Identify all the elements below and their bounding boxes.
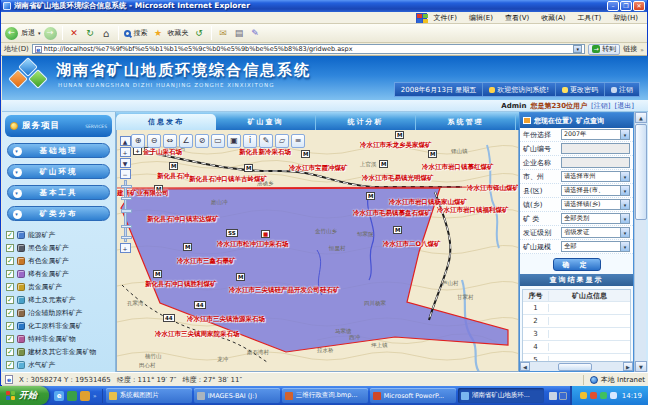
- back-dropdown-icon[interactable]: ▾: [38, 30, 41, 36]
- scroll-right-icon[interactable]: ▶: [623, 362, 633, 371]
- layer-checkbox[interactable]: [6, 335, 14, 343]
- mine-label[interactable]: 冷水江市禾龙乡吴家煤矿: [360, 141, 432, 150]
- quicklaunch-chevron-icon[interactable]: »: [93, 392, 97, 399]
- print-button[interactable]: ▤: [233, 27, 246, 40]
- layer-item[interactable]: 化工原料非金属矿: [2, 319, 115, 332]
- zoom-out-icon[interactable]: ⊖: [147, 134, 161, 148]
- tray-icon-2[interactable]: [590, 392, 597, 399]
- layer-item[interactable]: 有色金属矿产: [2, 254, 115, 267]
- address-input[interactable]: e http://localhost/%e7%9f%bf%e5%b1%b1%e5…: [32, 44, 585, 54]
- pan-up-button[interactable]: ▲: [120, 136, 131, 146]
- table-row[interactable]: 4: [523, 341, 630, 354]
- identify-icon[interactable]: i: [243, 134, 257, 148]
- field-control[interactable]: 省级发证 ▾: [561, 227, 630, 238]
- mine-label[interactable]: 新化县石冲口镇羊古岭煤矿: [189, 175, 267, 184]
- dropdown-arrow-icon[interactable]: ▾: [620, 242, 629, 251]
- refresh-button[interactable]: ↻: [84, 27, 97, 40]
- stop-button[interactable]: ✕: [68, 27, 81, 40]
- taskbar-task[interactable]: IMAGES-BAI (J:): [194, 388, 280, 403]
- mine-marker[interactable]: M: [428, 150, 437, 158]
- layer-item[interactable]: 稀土及元素矿产: [2, 293, 115, 306]
- mine-label[interactable]: 冷水江市三尖镇浩源采石场: [187, 315, 265, 324]
- mine-label[interactable]: 新化县石冲口镇宏达煤矿: [147, 215, 219, 224]
- zoom-rect-icon[interactable]: ▣: [227, 134, 241, 148]
- mine-label[interactable]: 冷水江市毛易镇光明煤矿: [362, 174, 434, 183]
- sidebar-section-button[interactable]: ▾ 基础地理: [7, 143, 110, 158]
- mine-marker[interactable]: M: [236, 273, 245, 281]
- mine-marker[interactable]: M: [379, 160, 388, 168]
- taskbar-task[interactable]: 湖南省矿山地质环...: [458, 388, 544, 403]
- tray-icon-3[interactable]: [600, 392, 607, 399]
- mine-marker[interactable]: M: [244, 164, 253, 172]
- mine-marker[interactable]: M: [366, 192, 375, 200]
- layer-checkbox[interactable]: [6, 361, 14, 369]
- field-control[interactable]: 请选择市州 ▾: [561, 171, 630, 182]
- mine-label[interactable]: 冷水江市三尖镇周家院采石场: [155, 330, 240, 339]
- layer-checkbox[interactable]: [6, 348, 14, 356]
- mine-marker[interactable]: +: [133, 147, 142, 155]
- menu-item[interactable]: 收藏(A): [536, 13, 570, 23]
- mine-label[interactable]: 冷水江市三鑫石墨矿: [177, 257, 236, 266]
- layer-item[interactable]: 建材及其它非金属矿物: [2, 345, 115, 358]
- mine-label[interactable]: 冷水江市松冲江冲采石场: [217, 240, 289, 249]
- field-control[interactable]: ▾: [561, 157, 630, 168]
- zoom-out-button[interactable]: −: [120, 169, 131, 179]
- tray-icon-1[interactable]: [580, 392, 587, 399]
- layer-item[interactable]: 能源矿产: [2, 228, 115, 241]
- mine-marker[interactable]: M: [395, 131, 404, 139]
- layer-item[interactable]: 冶金辅助原料矿产: [2, 306, 115, 319]
- sidebar-section-button[interactable]: ▾ 基本工具: [7, 185, 110, 200]
- title-bar[interactable]: 湖南省矿山地质环境综合信息系统 - Microsoft Internet Exp…: [1, 0, 647, 12]
- scroll-left-icon[interactable]: ◀: [520, 362, 530, 371]
- edit-button[interactable]: ✎: [249, 27, 262, 40]
- erase-icon[interactable]: ▱: [275, 134, 289, 148]
- layer-checkbox[interactable]: [6, 257, 14, 265]
- zoom-full-button[interactable]: +: [120, 243, 131, 253]
- home-button[interactable]: ⌂: [100, 27, 113, 40]
- taskbar-task[interactable]: 三维行政查询.bmp...: [282, 388, 368, 403]
- table-row[interactable]: 3: [523, 328, 630, 341]
- mine-marker[interactable]: 44: [163, 314, 175, 322]
- taskbar-task[interactable]: Microsoft PowerP...: [370, 388, 456, 403]
- history-button[interactable]: ↺: [193, 27, 206, 40]
- layer-checkbox[interactable]: [6, 296, 14, 304]
- submit-button[interactable]: 确 定: [553, 258, 601, 271]
- favorites-button[interactable]: ★ 收藏夹: [152, 27, 190, 40]
- clear-icon[interactable]: ⊘: [195, 134, 209, 148]
- pan-down-button[interactable]: ▼: [120, 158, 131, 168]
- start-button[interactable]: 开始: [0, 386, 49, 405]
- close-button[interactable]: ✕: [633, 1, 645, 11]
- minimize-button[interactable]: –: [607, 1, 619, 11]
- mine-marker[interactable]: M: [301, 150, 310, 158]
- zoom-slider[interactable]: [124, 180, 127, 242]
- logout-link[interactable]: 注销: [604, 83, 639, 96]
- mine-marker[interactable]: ■: [261, 230, 270, 238]
- scroll-thumb[interactable]: [635, 124, 647, 220]
- mine-marker[interactable]: M: [393, 226, 402, 234]
- maximize-button[interactable]: ❐: [620, 1, 632, 11]
- mine-marker[interactable]: 44: [194, 301, 206, 309]
- page-vertical-scrollbar[interactable]: ▲ ▼: [634, 112, 646, 372]
- mine-label[interactable]: 冷水江市宝霞冲煤矿: [289, 164, 348, 173]
- menu-item[interactable]: 编辑(E): [464, 13, 498, 23]
- address-dropdown-icon[interactable]: ▾: [573, 45, 582, 53]
- field-control[interactable]: 全部类别 ▾: [561, 213, 630, 224]
- field-control[interactable]: 请选择镇(乡) ▾: [561, 199, 630, 210]
- sidebar-section-button[interactable]: ▾ 矿山环境: [7, 164, 110, 179]
- table-row[interactable]: 1: [523, 302, 630, 315]
- layer-item[interactable]: 黑色金属矿产: [2, 241, 115, 254]
- mine-label[interactable]: 冷水江市毛易镇慕盘石煤矿: [353, 209, 431, 218]
- mine-label[interactable]: 新化县石冲: [157, 172, 190, 181]
- taskbar-task[interactable]: 系统截图图片: [106, 388, 192, 403]
- dropdown-arrow-icon[interactable]: ▾: [620, 200, 629, 209]
- sidebar-section-button[interactable]: ▾ 矿类分布: [7, 206, 110, 221]
- dropdown-arrow-icon[interactable]: ▾: [620, 228, 629, 237]
- layer-item[interactable]: 稀有金属矿产: [2, 267, 115, 280]
- back-button[interactable]: ← 后退 ▾: [5, 27, 41, 40]
- admin-exit-link[interactable]: [退出]: [615, 101, 634, 111]
- media-quicklaunch-icon[interactable]: [80, 391, 90, 401]
- zoom-slider-handle[interactable]: [121, 209, 132, 213]
- panel-horizontal-scrollbar[interactable]: ◀ ▶: [520, 361, 633, 371]
- display-icon[interactable]: [549, 392, 557, 400]
- main-tab[interactable]: 信息发布: [116, 114, 216, 130]
